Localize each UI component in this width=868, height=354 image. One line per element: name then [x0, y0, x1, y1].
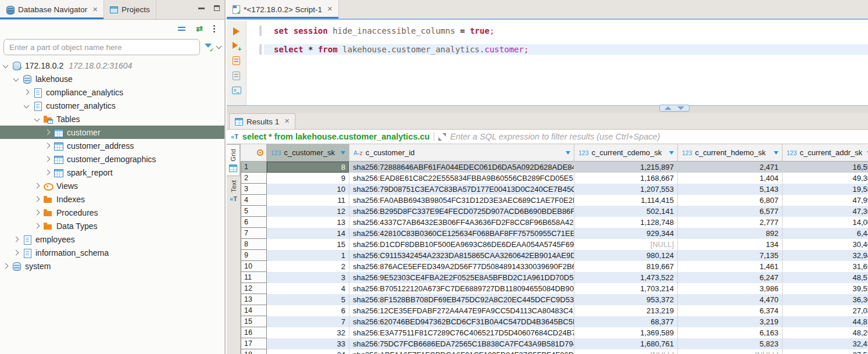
row-number[interactable]: 7 [241, 228, 267, 239]
chevron-right-icon[interactable] [24, 90, 30, 95]
grid-cell[interactable]: 6,374 [678, 305, 783, 316]
grid-cell[interactable]: sha256:EAD8E61C8C22E555834FBBA9B60556CB2… [349, 173, 574, 184]
grid-cell[interactable]: 953,372 [574, 294, 678, 305]
execute-script-icon[interactable] [233, 56, 240, 65]
grid-cell[interactable]: 1,703,214 [574, 283, 678, 294]
grid-cell[interactable]: 213,219 [574, 305, 678, 316]
chevron-right-icon[interactable] [34, 183, 40, 189]
column-header-c_current_hdemo_sk[interactable]: 123c_current_hdemo_sk [678, 144, 783, 162]
tree-item-compliance-analytics[interactable]: compliance_analytics [0, 85, 224, 99]
close-icon[interactable] [92, 6, 98, 14]
chevron-down-icon[interactable] [216, 44, 222, 49]
chevron-right-icon[interactable] [45, 170, 51, 176]
grid-cell[interactable]: 34 [267, 349, 349, 354]
grid-cell[interactable]: 49,38 [783, 173, 868, 184]
grid-cell[interactable]: 44,81 [783, 316, 868, 327]
row-number[interactable]: 2 [241, 173, 267, 184]
grid-cell[interactable]: 27,08 [783, 305, 868, 316]
grid-cell[interactable]: 30,46 [783, 239, 868, 250]
grid-cell[interactable]: sha256:E3A77511F81C7289C76C4065217D5D406… [349, 327, 574, 338]
column-dropdown-icon[interactable] [341, 151, 345, 155]
column-header-c_customer_id[interactable]: A-zc_customer_id [349, 144, 574, 162]
tree-item-tables[interactable]: Tables [0, 112, 224, 126]
row-number[interactable]: 5 [241, 206, 267, 217]
grid-cell[interactable]: 8 [267, 162, 349, 173]
filter-funnel-icon[interactable] [204, 43, 213, 51]
grid-cell[interactable]: [NULL] [678, 349, 783, 354]
grid-cell[interactable]: 1,207,553 [574, 184, 678, 195]
row-number[interactable]: 16 [241, 327, 267, 338]
row-number[interactable]: 15 [241, 316, 267, 327]
tab-projects[interactable]: Projects [104, 0, 156, 19]
tab-database-navigator[interactable]: Database Navigator [0, 0, 104, 19]
chevron-right-icon[interactable] [3, 263, 9, 269]
grid-cell[interactable]: 1,114,415 [574, 195, 678, 206]
grid-cell[interactable]: 6,44 [783, 228, 868, 239]
grid-cell[interactable]: 9 [267, 173, 349, 184]
grid-cell[interactable]: 15 [267, 239, 349, 250]
execute-statement-icon[interactable] [233, 27, 240, 35]
grid-cell[interactable]: sha256:ABFA16F7F1FCBDCA6F01CF1095D84F37C… [349, 349, 574, 354]
grid-cell[interactable]: [NULL] [574, 349, 678, 354]
grid-cell[interactable]: sha256:C9115342454A2323DA815865CAA326064… [349, 250, 574, 261]
chevron-right-icon[interactable] [13, 250, 19, 256]
grid-cell[interactable]: 980,124 [574, 250, 678, 261]
grid-cell[interactable]: 1,404 [678, 173, 783, 184]
chevron-right-icon[interactable] [45, 143, 51, 149]
collapse-up-icon[interactable] [665, 106, 671, 110]
tree-item-customer-analytics[interactable]: customer_analytics [0, 99, 224, 112]
row-number[interactable]: 4 [241, 195, 267, 206]
grid-corner-cell[interactable] [241, 144, 267, 162]
row-number[interactable]: 12 [241, 283, 267, 294]
grid-cell[interactable]: 1,215,897 [574, 162, 678, 173]
grid-cell[interactable]: [NULL] [574, 239, 678, 250]
tree-item-data-types[interactable]: Data Types [0, 219, 224, 233]
chevron-down-icon[interactable] [3, 63, 9, 69]
tab-sql-script[interactable]: *<172.18.0.2> Script-1 [227, 0, 339, 19]
tree-item-information-schema[interactable]: information_schema [0, 246, 224, 259]
chevron-down-icon[interactable] [24, 103, 30, 109]
tree-item-customer-address[interactable]: customer_address [0, 139, 224, 152]
grid-cell[interactable]: 32 [267, 327, 349, 338]
row-number[interactable]: 17 [241, 338, 267, 349]
grid-cell[interactable]: 68,377 [574, 316, 678, 327]
grid-cell[interactable]: 819,667 [574, 261, 678, 272]
grid-cell[interactable]: 6,807 [678, 195, 783, 206]
grid-cell[interactable]: 2,471 [678, 162, 783, 173]
grid-cell[interactable]: sha256:75DC7FCB6686EDA72565C1B838CA7FC43… [349, 338, 574, 349]
grid-cell[interactable]: 32,43 [783, 338, 868, 349]
grid-cell[interactable]: sha256:B705122120A673FC7DE6889727DB11809… [349, 283, 574, 294]
grid-cell[interactable]: 1,473,522 [574, 272, 678, 283]
grid-cell[interactable]: 13 [267, 217, 349, 228]
grid-cell[interactable]: 2,777 [678, 217, 783, 228]
grid-cell[interactable]: 48,57 [783, 272, 868, 283]
grid-cell[interactable]: 6,163 [678, 327, 783, 338]
grid-cell[interactable]: 1,680,761 [574, 338, 678, 349]
chevron-right-icon[interactable] [45, 156, 51, 162]
column-dropdown-icon[interactable] [669, 151, 674, 155]
tree-item-employees[interactable]: employees [0, 233, 224, 246]
column-header-c_current_addr_sk[interactable]: 123c_current_addr_sk [783, 144, 868, 162]
view-menu-icon[interactable] [213, 25, 215, 27]
grid-cell[interactable]: 11 [267, 195, 349, 206]
grid-cell[interactable]: 1,369,589 [574, 327, 678, 338]
grid-cell[interactable]: 7,135 [678, 250, 783, 261]
grid-cell[interactable]: sha256:D1CDF8DBB10F500EA9693C86DE6DEAA05… [349, 239, 574, 250]
grid-cell[interactable]: sha256:79D08751C3EA7C83BA57D177E00413D0C… [349, 184, 574, 195]
grid-cell[interactable]: 48,29 [783, 327, 868, 338]
grid-cell[interactable]: 39,55 [783, 283, 868, 294]
grid-cell[interactable]: sha256:72888646ABF61FA044EDEC061D6DA5A09… [349, 162, 574, 173]
tree-item-system[interactable]: system [0, 259, 224, 273]
chevron-right-icon[interactable] [34, 196, 40, 202]
grid-cell[interactable]: 47,99 [783, 195, 868, 206]
grid-cell[interactable]: 12 [267, 206, 349, 217]
row-number[interactable]: 18 [241, 349, 267, 354]
collapse-down-icon[interactable] [677, 106, 684, 110]
grid-cell[interactable]: sha256:620746BED947362BCD6CF31B0A4C547DD… [349, 316, 574, 327]
grid-cell[interactable]: 1,128,748 [574, 217, 678, 228]
grid-cell[interactable]: 14 [267, 228, 349, 239]
row-number[interactable]: 10 [241, 261, 267, 272]
row-number[interactable]: 11 [241, 272, 267, 283]
tree-item-lakehouse[interactable]: lakehouse [0, 72, 224, 85]
column-dropdown-icon[interactable] [774, 151, 778, 155]
